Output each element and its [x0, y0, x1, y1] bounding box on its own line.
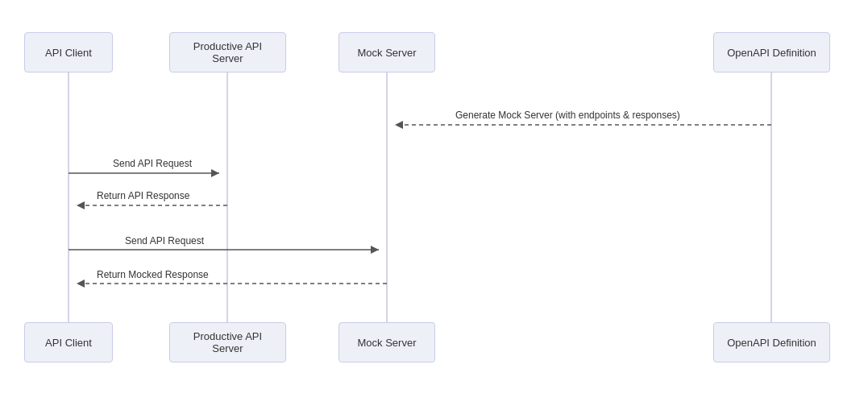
msg-return-mocked-label: Return Mocked Response [97, 269, 209, 280]
actor-openapi-top: OpenAPI Definition [713, 32, 830, 72]
actor-prod-server-top: Productive API Server [169, 32, 286, 72]
svg-marker-7 [211, 169, 219, 177]
msg-send-api2-label: Send API Request [125, 235, 204, 246]
svg-marker-9 [77, 201, 85, 209]
msg-send-api-label: Send API Request [113, 158, 192, 169]
msg-generate-label: Generate Mock Server (with endpoints & r… [455, 110, 680, 121]
svg-marker-11 [371, 246, 379, 254]
actor-prod-server-bottom: Productive API Server [169, 322, 286, 362]
actor-mock-server-top: Mock Server [338, 32, 435, 72]
actor-mock-server-bottom: Mock Server [338, 322, 435, 362]
actor-api-client-top: API Client [24, 32, 113, 72]
actor-api-client-bottom: API Client [24, 322, 113, 362]
svg-marker-13 [77, 280, 85, 288]
msg-return-api-label: Return API Response [97, 190, 189, 201]
svg-marker-5 [395, 121, 403, 129]
actor-openapi-bottom: OpenAPI Definition [713, 322, 830, 362]
sequence-diagram: API Client Productive API Server Mock Se… [0, 0, 868, 410]
